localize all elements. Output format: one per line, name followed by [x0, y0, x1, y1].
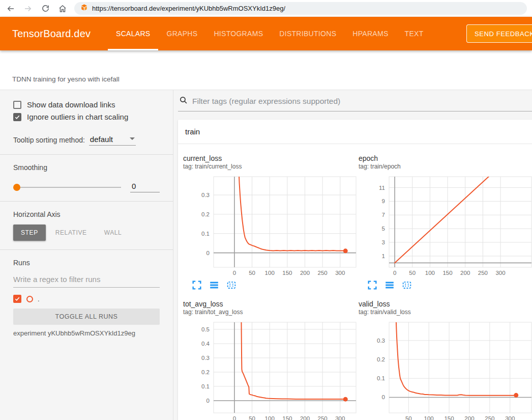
run-list-item: . — [13, 295, 160, 303]
svg-text:150: 150 — [442, 270, 452, 276]
url-bar[interactable]: https://tensorboard.dev/experiment/yKUbh… — [74, 2, 527, 15]
svg-text:300: 300 — [505, 415, 515, 420]
chart-actions — [359, 279, 532, 291]
svg-text:250: 250 — [485, 415, 494, 420]
filter-tags-row — [178, 94, 532, 111]
axis-relative-button[interactable]: RELATIVE — [48, 225, 95, 241]
search-icon — [179, 96, 188, 106]
tab-text[interactable]: TEXT — [397, 17, 432, 50]
back-icon[interactable] — [3, 2, 18, 16]
smoothing-slider[interactable] — [13, 187, 121, 188]
fit-domain-icon[interactable] — [401, 279, 412, 291]
svg-text:0: 0 — [382, 395, 385, 401]
scalar-chart-valid_loss: valid_losstag: train/valid_loss00.10.20.… — [359, 300, 532, 420]
svg-text:300: 300 — [335, 415, 345, 420]
sidebar-divider — [0, 201, 173, 202]
chart-title: epoch — [359, 154, 532, 162]
show-download-links-checkbox[interactable] — [13, 101, 21, 109]
smoothing-value-field[interactable]: 0 — [130, 182, 160, 192]
svg-text:150: 150 — [444, 415, 454, 420]
chart-actions — [183, 279, 359, 291]
tooltip-sorting-value: default — [90, 135, 113, 144]
svg-text:250: 250 — [318, 270, 328, 276]
log-scale-icon[interactable] — [384, 279, 395, 291]
chart-plot[interactable]: 1357911050100150200250300 — [359, 174, 532, 277]
axis-step-button[interactable]: STEP — [13, 225, 46, 241]
chart-title: current_loss — [183, 154, 359, 162]
svg-text:7: 7 — [382, 212, 385, 218]
svg-text:11: 11 — [379, 185, 385, 191]
svg-text:50: 50 — [249, 415, 255, 420]
smoothing-label: Smoothing — [13, 163, 160, 172]
horizontal-axis-label: Horizontal Axis — [13, 210, 160, 218]
chart-title: tot_avg_loss — [183, 300, 359, 308]
svg-text:0: 0 — [206, 398, 210, 404]
chart-tag: tag: train/tot_avg_loss — [183, 309, 359, 316]
show-download-links-row: Show data download links — [13, 100, 160, 109]
section-title[interactable]: train — [178, 120, 532, 144]
fit-domain-icon[interactable] — [226, 279, 237, 291]
svg-text:3: 3 — [382, 239, 385, 245]
svg-text:0: 0 — [206, 250, 210, 256]
run-name: . — [38, 295, 40, 303]
reload-icon[interactable] — [38, 2, 53, 16]
sidebar-divider — [0, 154, 173, 155]
forward-icon[interactable] — [20, 2, 36, 16]
chart-tag: tag: train/current_loss — [183, 163, 359, 170]
svg-text:300: 300 — [495, 270, 505, 276]
svg-text:250: 250 — [318, 415, 328, 420]
ignore-outliers-checkbox[interactable] — [13, 113, 21, 121]
url-text: https://tensorboard.dev/experiment/yKUbh… — [92, 5, 285, 12]
svg-text:0.3: 0.3 — [201, 355, 210, 361]
chart-tag: tag: train/valid_loss — [359, 309, 532, 316]
tooltip-sorting-select[interactable]: default — [89, 135, 136, 146]
run-color-circle-icon[interactable] — [26, 296, 33, 302]
scalar-chart-tot_avg_loss: tot_avg_losstag: train/tot_avg_loss00.10… — [183, 300, 359, 420]
svg-text:250: 250 — [478, 270, 488, 276]
smoothing-slider-row: 0 — [13, 182, 160, 192]
runs-label: Runs — [13, 259, 160, 267]
chart-plot[interactable]: 00.10.20.350100150200250300 — [359, 319, 532, 420]
svg-text:100: 100 — [265, 270, 275, 276]
sidebar-divider — [0, 249, 173, 250]
chart-plot[interactable]: 00.10.20.3050100150200250300 — [183, 174, 359, 277]
chart-plot[interactable]: 00.10.20.30.40.5050100150200250300 — [183, 319, 359, 420]
axis-wall-button[interactable]: WALL — [97, 225, 130, 241]
scalar-chart-epoch: epochtag: train/epoch1357911050100150200… — [359, 154, 532, 291]
ignore-outliers-label: Ignore outliers in chart scaling — [27, 113, 128, 121]
log-scale-icon[interactable] — [209, 279, 220, 291]
tab-bar: SCALARS GRAPHS HISTOGRAMS DISTRIBUTIONS … — [108, 17, 432, 50]
ignore-outliers-row: Ignore outliers in chart scaling — [13, 113, 160, 121]
expand-chart-icon[interactable] — [367, 279, 378, 291]
filter-tags-input[interactable] — [192, 97, 531, 106]
send-feedback-button[interactable]: SEND FEEDBACK — [466, 24, 532, 43]
show-download-links-label: Show data download links — [27, 100, 115, 109]
app-logo: TensorBoard.dev — [12, 28, 100, 40]
tensorboard-logo-icon — [80, 4, 88, 13]
svg-text:100: 100 — [425, 270, 435, 276]
tab-distributions[interactable]: DISTRIBUTIONS — [271, 17, 344, 50]
toggle-all-runs-button[interactable]: TOGGLE ALL RUNS — [13, 309, 160, 325]
svg-text:0.1: 0.1 — [377, 375, 385, 381]
run-checkbox[interactable] — [13, 295, 21, 303]
chart-title: valid_loss — [359, 300, 532, 308]
tab-histograms[interactable]: HISTOGRAMS — [205, 17, 271, 50]
settings-sidebar: Show data download links Ignore outliers… — [0, 90, 173, 420]
home-icon[interactable] — [55, 2, 70, 16]
svg-text:0.2: 0.2 — [377, 356, 385, 362]
svg-text:50: 50 — [405, 415, 412, 420]
svg-text:150: 150 — [282, 270, 292, 276]
expand-chart-icon[interactable] — [191, 279, 202, 291]
smoothing-slider-thumb[interactable] — [13, 184, 20, 191]
experiment-title: TDNN training for yesno with icefall — [12, 75, 120, 83]
svg-text:200: 200 — [464, 415, 474, 420]
runs-filter-input[interactable] — [13, 272, 160, 288]
tab-scalars[interactable]: SCALARS — [108, 17, 158, 50]
chart-tag: tag: train/epoch — [359, 163, 532, 170]
tab-graphs[interactable]: GRAPHS — [158, 17, 205, 50]
horizontal-axis-options: STEP RELATIVE WALL — [13, 225, 160, 241]
svg-text:0.1: 0.1 — [201, 383, 210, 389]
svg-text:0.3: 0.3 — [201, 192, 210, 198]
tab-hparams[interactable]: HPARAMS — [344, 17, 396, 50]
svg-text:1: 1 — [382, 253, 385, 259]
